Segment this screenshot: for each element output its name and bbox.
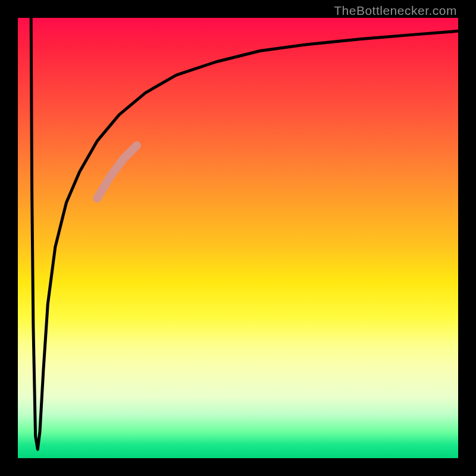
plot-area xyxy=(18,18,458,458)
bottleneck-curve xyxy=(31,18,458,449)
curve-layer xyxy=(18,18,458,458)
bottleneck-chart: TheBottlenecker.com xyxy=(0,0,476,476)
watermark-text: TheBottlenecker.com xyxy=(334,4,457,18)
highlight-segment xyxy=(97,146,137,199)
